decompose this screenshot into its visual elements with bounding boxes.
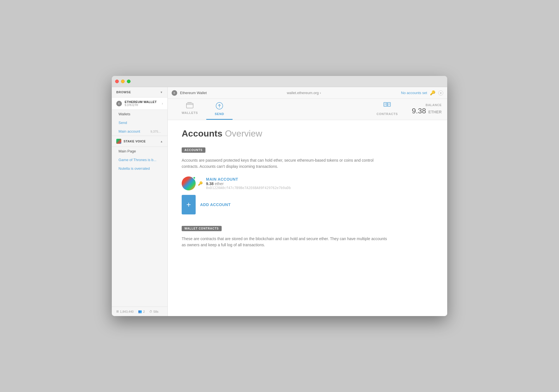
balance-label: BALANCE [426,103,442,107]
sidebar-item-main-account[interactable]: Main account 9,375... [112,127,167,136]
sidebar-item-send[interactable]: Send [112,118,167,127]
browse-label: BROWSE [116,90,131,94]
wallet-contracts-description: These are contracts that are stored on t… [182,236,391,248]
account-address: 0xD1220A0cf47c7B9Be7A2E6BA89F429762e7b9a… [206,186,291,190]
account-balance-amount: 9.38 [206,181,214,186]
dapp-name: STAKE VOICE [124,140,146,143]
traffic-lights [115,80,131,83]
sidebar-dapp-nutella[interactable]: Nutella is overrated [112,164,167,173]
browser-right: No accounts set 🔑 × [401,90,443,95]
sidebar: BROWSE ▼ E ETHEREUM WALLET 9.376 ETH › W… [112,87,168,316]
page-title: Accounts Overview [182,128,433,139]
tab-send[interactable]: SEND [206,99,233,120]
sidebar-wallet-links: Wallets Send Main account 9,375... [112,110,167,136]
balance-display: 9.38 ETHER [412,107,442,115]
time-value: 58s [153,310,158,313]
account-eth-balance: 9.38 ether [206,181,291,186]
account-item: 🔑 MAIN ACCOUNT 9.38 ether 0xD1220A0cf47c… [182,176,433,190]
accounts-description: Accounts are password protected keys tha… [182,157,391,170]
balance-area: BALANCE 9.38 ETHER [412,99,442,120]
no-accounts-text: No accounts set [401,91,427,95]
account-key-icon: 🔑 [198,181,203,186]
wallet-icon: E [116,101,122,106]
add-account-icon: + [182,195,196,214]
contracts-tab-label: CONTRACTS [376,112,398,116]
main-account-balance: 9,375... [150,130,161,133]
wallets-tab-icon [186,102,193,110]
blocks-icon: ⊞ [116,310,119,313]
wallet-contracts-section: WALLET CONTRACTS These are contracts tha… [182,226,433,248]
wallet-chevron-icon: › [162,102,163,106]
wallet-name: ETHEREUM WALLET [125,100,162,104]
page-content: Accounts Overview ACCOUNTS Accounts are … [168,120,447,316]
key-icon: 🔑 [430,90,435,95]
browser-bar: E Ethereum Wallet wallet.ethereum.org › … [168,87,447,99]
sidebar-dapp-links: Main Page Game of Thrones is b... Nutell… [112,147,167,173]
users-icon: 👥 [138,310,142,313]
add-account-label: ADD ACCOUNT [200,202,231,207]
wallet-info: ETHEREUM WALLET 9.376 ETH [125,100,162,107]
wallets-tab-label: WALLETS [182,111,198,114]
browse-chevron-icon: ▼ [160,91,163,94]
account-avatar [182,176,196,190]
contracts-tab-icon [383,102,391,111]
page-title-strong: Accounts [182,128,222,138]
account-online-dot [193,176,196,179]
footer-time: ⏱ 58s [149,310,158,313]
wallet-contracts-badge: WALLET CONTRACTS [182,226,222,231]
close-button[interactable] [115,80,119,83]
send-tab-label: SEND [215,112,224,116]
main-account-label: Main account [119,129,140,133]
app-window: BROWSE ▼ E ETHEREUM WALLET 9.376 ETH › W… [112,76,447,316]
maximize-button[interactable] [127,80,131,83]
page-title-light: Overview [225,128,262,138]
sidebar-browse-header: BROWSE ▼ [112,87,167,97]
browser-app-name: Ethereum Wallet [180,91,207,95]
browser-url: wallet.ethereum.org › [210,91,398,95]
clock-icon: ⏱ [149,310,152,313]
users-count: 2 [143,310,145,313]
balance-currency: ETHER [428,110,442,114]
wallet-balance: 9.376 ETH [125,104,162,107]
minimize-button[interactable] [121,80,125,83]
accounts-badge: ACCOUNTS [182,147,205,153]
tab-contracts[interactable]: CONTRACTS [368,99,406,120]
blocks-count: 1,843,440 [120,310,134,313]
sidebar-wallet-item[interactable]: E ETHEREUM WALLET 9.376 ETH › [112,97,167,110]
footer-blocks: ⊞ 1,843,440 [116,310,134,313]
browser-app-icon: E [172,90,177,96]
account-balance-currency: ether [215,181,224,186]
send-tab-icon [216,102,223,111]
footer-users: 👥 2 [138,310,145,313]
sidebar-item-wallets[interactable]: Wallets [112,110,167,118]
sidebar-footer: ⊞ 1,843,440 👥 2 ⏱ 58s [112,307,167,316]
add-account-button[interactable]: + ADD ACCOUNT [182,195,433,214]
account-details: MAIN ACCOUNT 9.38 ether 0xD1220A0cf47c7B… [206,177,291,190]
titlebar [112,76,447,87]
browser-close-button[interactable]: × [438,90,443,95]
content-area: E Ethereum Wallet wallet.ethereum.org › … [168,87,447,316]
stake-voice-icon [116,139,121,144]
sidebar-dapp-main-page[interactable]: Main Page [112,147,167,156]
nav-tabs: WALLETS SEND [168,99,447,120]
svg-rect-0 [186,103,193,108]
balance-amount: 9.38 [412,107,426,115]
sidebar-dapp-got[interactable]: Game of Thrones is b... [112,156,167,164]
accounts-section: ACCOUNTS Accounts are password protected… [182,147,433,214]
account-key-wrapper: 🔑 [198,181,203,186]
dapp-chevron-icon: ▲ [160,140,163,143]
sidebar-dapp-header[interactable]: STAKE VOICE ▲ [112,136,167,147]
tab-wallets[interactable]: WALLETS [173,99,206,120]
account-name[interactable]: MAIN ACCOUNT [206,177,291,181]
